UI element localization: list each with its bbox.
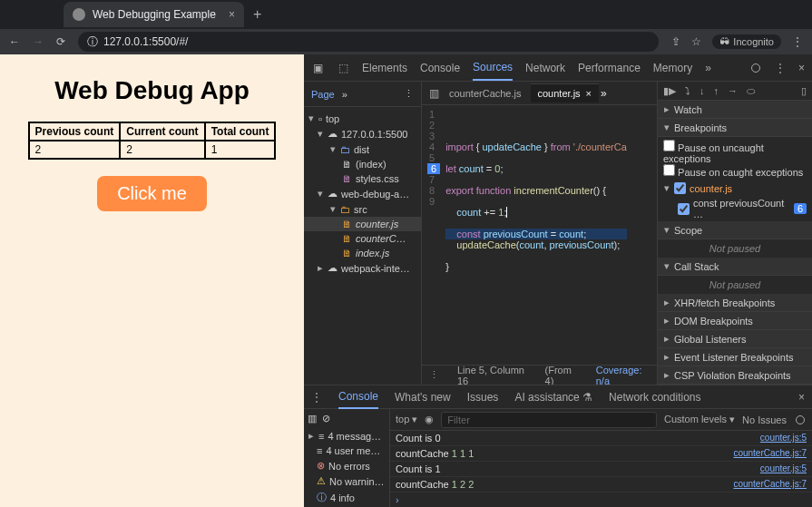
tree-counter[interactable]: counter.js [356,219,398,229]
tab-network[interactable]: Network [525,62,565,74]
tree-index[interactable]: (index) [356,159,386,170]
cloud-icon: ☁ [328,262,338,274]
pause-caught-checkbox[interactable] [663,164,675,176]
bp-file-checkbox[interactable] [674,182,686,194]
more-files-icon[interactable]: » [601,87,607,100]
side-info[interactable]: 4 info [330,492,355,503]
toggle-console-icon[interactable]: ⋮ [429,369,439,381]
step-into-icon[interactable]: ↓ [699,85,705,96]
breakpoint-file[interactable]: ▾counter.js [658,180,812,196]
close-tab-icon[interactable]: × [229,8,235,21]
tree-menu-icon[interactable]: ⋮ [404,88,414,100]
coverage-link[interactable]: Coverage: n/a [596,365,650,386]
tree-host[interactable]: 127.0.0.1:5500 [341,129,407,140]
close-file-icon[interactable]: × [586,88,592,99]
filter-input[interactable]: Filter [441,412,657,428]
side-errors[interactable]: No errors [328,461,370,472]
log-source-link[interactable]: counter.js:5 [760,433,807,444]
drawer-tab-network[interactable]: Network conditions [609,391,700,404]
drawer-tab-ai[interactable]: AI assistance ⚗ [514,391,592,404]
watch-header[interactable]: ▸Watch [658,101,812,119]
console-sidebar[interactable]: ▥ ⊘ ▸≡4 messag… ≡4 user me… ⊗No errors ⚠… [304,409,390,507]
tree-webdebug[interactable]: web-debug-a… [341,189,409,200]
deactivate-bp-icon[interactable]: ⬭ [747,85,755,97]
more-subtabs-icon[interactable]: » [342,89,347,100]
menu-icon[interactable]: ⋮ [792,35,803,48]
close-devtools-icon[interactable]: × [798,62,805,74]
tree-indexjs[interactable]: index.js [356,248,389,258]
device-toolbar-icon[interactable]: ⬚ [337,62,349,74]
sidebar-toggle-icon[interactable]: ▥ [308,413,317,424]
log-source-link[interactable]: counterCache.js:7 [733,448,807,459]
share-icon[interactable]: ⇪ [671,35,680,48]
csp-bp-header[interactable]: ▸CSP Violation Breakpoints [658,366,812,385]
no-issues-badge[interactable]: No Issues [742,414,787,425]
pause-icon[interactable]: ▮▶ [663,85,676,97]
levels-selector[interactable]: Custom levels ▾ [664,414,735,425]
dom-bp-header[interactable]: ▸DOM Breakpoints [658,312,812,330]
subtab-page[interactable]: Page [311,89,335,100]
favicon-icon [73,8,85,21]
bookmark-icon[interactable]: ☆ [691,35,701,48]
scope-header[interactable]: ▾Scope [658,221,812,239]
side-messages[interactable]: 4 messag… [328,431,381,442]
drawer-menu-icon[interactable]: ⋮ [311,391,322,404]
inspect-icon[interactable]: ▣ [311,62,324,74]
side-user[interactable]: 4 user me… [326,445,380,456]
tab-elements[interactable]: Elements [362,62,407,74]
console-header: ⋮ Console What's new Issues AI assistanc… [304,385,812,409]
collapse-icon[interactable]: ▯ [801,85,807,97]
global-listeners-header[interactable]: ▸Global Listeners [658,330,812,348]
breakpoint-entry[interactable]: const previousCount …6 [658,196,812,221]
drawer-tab-whatsnew[interactable]: What's new [395,391,451,404]
tree-src[interactable]: src [354,204,367,215]
forward-button[interactable]: → [33,35,44,48]
tab-console[interactable]: Console [420,62,460,74]
click-me-button[interactable]: Click me [97,176,207,211]
clear-console-icon[interactable]: ⊘ [322,413,330,424]
drawer-tab-issues[interactable]: Issues [467,391,499,404]
reload-button[interactable]: ⟳ [56,35,65,48]
site-info-icon[interactable]: ⓘ [87,34,98,50]
log-source-link[interactable]: counterCache.js:7 [733,479,807,490]
address-input[interactable]: ⓘ 127.0.0.1:5500/#/ [78,32,659,52]
console-output[interactable]: Count is 0counter.js:5 countCache 1 1 1c… [390,431,812,507]
bp-line-checkbox[interactable] [678,203,690,215]
callstack-header[interactable]: ▾Call Stack [658,258,812,276]
breakpoint-marker[interactable]: 6 [427,163,440,174]
tree-styles[interactable]: styles.css [356,173,399,184]
tree-counterc[interactable]: counterC… [356,233,406,244]
more-tabs-icon[interactable]: » [705,62,711,74]
step-over-icon[interactable]: ⤵ [685,85,690,96]
side-warnings[interactable]: No warnin… [329,476,385,487]
devtools-menu-icon[interactable]: ⋮ [775,62,786,74]
back-button[interactable]: ← [9,35,20,48]
breakpoints-header[interactable]: ▾Breakpoints [658,119,812,137]
browser-tab[interactable]: Web Debugging Example × [64,2,244,27]
event-bp-header[interactable]: ▸Event Listener Breakpoints [658,348,812,366]
tree-top[interactable]: top [326,113,339,124]
step-out-icon[interactable]: ↑ [714,85,719,96]
tree-dist[interactable]: dist [354,144,369,155]
xhr-bp-header[interactable]: ▸XHR/fetch Breakpoints [658,294,812,312]
context-selector[interactable]: top ▾ [396,414,417,425]
incognito-badge[interactable]: 🕶 Incognito [712,34,781,49]
code-editor[interactable]: 12345 6 789 import { updateCache } from … [422,105,657,365]
settings-icon[interactable] [749,62,762,74]
tab-sources[interactable]: Sources [473,61,513,81]
nav-icon[interactable]: ▥ [427,87,440,100]
pause-uncaught-checkbox[interactable] [663,140,675,151]
step-icon[interactable]: → [728,85,738,96]
file-tab-countercache[interactable]: counterCache.js [442,84,529,102]
tab-memory[interactable]: Memory [653,62,692,74]
new-tab-button[interactable]: + [253,6,261,23]
tab-performance[interactable]: Performance [578,62,641,74]
tree-webpack[interactable]: webpack-inte… [341,263,410,274]
close-drawer-icon[interactable]: × [798,391,805,404]
file-tab-counter[interactable]: counter.js× [531,83,600,102]
drawer-tab-console[interactable]: Console [338,390,378,409]
file-tree[interactable]: Page » ⋮ ▾▫top ▾☁127.0.0.1:5500 ▾🗀dist 🗎… [304,82,422,385]
console-settings-icon[interactable] [794,414,807,426]
live-expr-icon[interactable]: ◉ [425,414,434,425]
log-source-link[interactable]: counter.js:5 [760,463,807,474]
